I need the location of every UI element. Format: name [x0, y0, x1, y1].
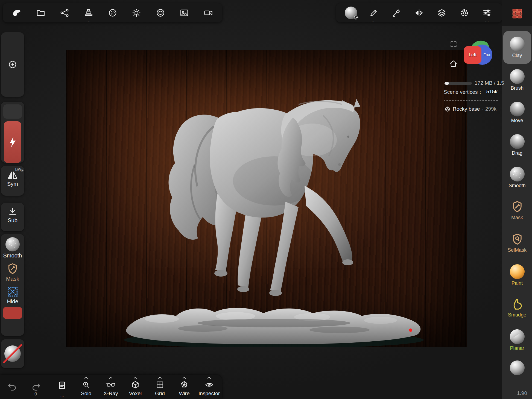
app-root: ... ...: [0, 0, 532, 399]
tool-drag[interactable]: Drag: [502, 129, 532, 161]
background-icon[interactable]: [176, 3, 192, 22]
inspector-label: Inspector: [198, 391, 220, 397]
files-icon[interactable]: [33, 3, 49, 22]
tool-move-label: Move: [511, 118, 523, 124]
redo-button[interactable]: [31, 381, 42, 392]
wire-label: Wire: [179, 391, 189, 397]
tool-smudge-label: Smudge: [508, 312, 526, 318]
left-panel-tools: Smooth Mask Hide: [1, 234, 24, 336]
dyntopo-secondary-button[interactable]: [3, 104, 22, 119]
lighting-icon[interactable]: [128, 3, 144, 22]
interface-sliders-icon[interactable]: ...: [479, 3, 495, 22]
falloff-circle-icon[interactable]: [8, 60, 17, 69]
voxel-label: Voxel: [129, 391, 142, 397]
tool-mask[interactable]: Mask: [502, 194, 532, 226]
bricks-icon[interactable]: [511, 7, 523, 19]
selmask-shield-icon: [511, 232, 524, 246]
viewport-canvas[interactable]: [66, 50, 467, 347]
tool-smooth-label: Smooth: [508, 183, 525, 189]
left-panel-sub[interactable]: Sub: [1, 203, 24, 231]
tool-planar[interactable]: Planar: [502, 324, 532, 356]
stamp-brush-icon[interactable]: [388, 3, 404, 22]
layers-icon[interactable]: [434, 3, 450, 22]
history-button[interactable]: ...: [50, 375, 74, 399]
solo-button[interactable]: Solo: [74, 375, 98, 399]
cursor-dot: [409, 328, 412, 332]
left-tool-mask[interactable]: Mask: [1, 259, 24, 282]
caret-up-icon: [109, 376, 113, 379]
object-count: · 299k: [482, 106, 496, 112]
wire-button[interactable]: Wire: [172, 375, 197, 399]
move-sphere-icon: [510, 102, 525, 116]
left-tool-partial[interactable]: [3, 307, 22, 319]
redo-icon: [31, 381, 42, 392]
sym-expand-arrow-icon[interactable]: [21, 169, 24, 172]
caret-up-icon: [182, 376, 186, 379]
tool-clay[interactable]: Clay: [503, 31, 531, 64]
hide-label: Hide: [7, 298, 18, 305]
inspector-button[interactable]: Inspector: [197, 375, 221, 399]
orientation-gizmo[interactable]: Fron Left: [464, 40, 492, 69]
no-falloff-icon: [4, 345, 21, 362]
grid-button[interactable]: Grid: [148, 375, 172, 399]
multires-icon[interactable]: ...: [81, 3, 97, 22]
scene-object-row[interactable]: Rocky base · 299k: [445, 106, 496, 112]
gizmo-left-face[interactable]: Left: [464, 46, 481, 64]
material-sphere-icon[interactable]: [343, 3, 359, 22]
wire-icon: [180, 380, 189, 389]
xray-button[interactable]: X-Ray: [98, 375, 123, 399]
tool-planar-label: Planar: [510, 345, 524, 351]
symmetry-icon[interactable]: [411, 3, 427, 22]
caret-up-icon: [207, 376, 211, 379]
tool-paint[interactable]: Paint: [502, 259, 532, 291]
fullscreen-icon: [450, 40, 457, 48]
smooth-sphere-icon: [5, 237, 20, 251]
mask-shield-icon: [511, 200, 524, 213]
mask-shield-icon: [6, 262, 19, 275]
left-panel-dyntopo: [1, 102, 24, 163]
multires-ellipsis: ...: [81, 19, 97, 22]
left-panel-symmetry[interactable]: L/W Sym: [1, 166, 24, 196]
camera-icon[interactable]: [200, 3, 216, 22]
tool-selmask[interactable]: SelMask: [502, 226, 532, 259]
tool-extra[interactable]: [502, 356, 532, 379]
fullscreen-button[interactable]: [450, 40, 457, 48]
dyntopo-toggle[interactable]: [4, 121, 21, 163]
tool-brush[interactable]: Brush: [502, 64, 532, 96]
postprocess-icon[interactable]: [153, 3, 168, 22]
smudge-icon: [511, 298, 524, 311]
left-panel-falloff[interactable]: [1, 339, 24, 368]
caret-up-icon: [158, 376, 162, 379]
voxel-button[interactable]: Voxel: [123, 375, 148, 399]
nomad-logo[interactable]: [9, 3, 25, 22]
tool-mask-label: Mask: [511, 215, 523, 221]
tool-move[interactable]: Move: [502, 96, 532, 129]
history-ellipsis: ...: [60, 394, 64, 397]
voxel-remesh-icon[interactable]: [105, 3, 121, 22]
info-separator: [444, 100, 498, 101]
extra-sphere-icon: [510, 360, 525, 375]
stroke-pencil-icon[interactable]: ...: [366, 3, 382, 22]
home-button[interactable]: [449, 59, 458, 68]
tool-smudge[interactable]: Smudge: [502, 291, 532, 324]
left-tool-hide[interactable]: Hide: [1, 282, 24, 305]
scene-graph-icon[interactable]: [57, 3, 72, 22]
version-label: 1.90: [517, 390, 527, 396]
caret-up-icon: [84, 376, 88, 379]
caret-up-icon: [133, 376, 138, 379]
tool-selmask-label: SelMask: [508, 247, 527, 253]
scene-vertices-value: 515k: [486, 89, 498, 96]
paint-sphere-icon: [510, 264, 525, 279]
undo-button[interactable]: [7, 381, 18, 392]
tool-brush-label: Brush: [511, 85, 524, 91]
planar-facet: [510, 329, 520, 340]
tool-paint-label: Paint: [511, 280, 523, 286]
settings-gear-icon[interactable]: [457, 3, 472, 22]
tool-smooth[interactable]: Smooth: [502, 161, 532, 194]
dyntopo-bolt-icon: [8, 136, 17, 148]
lw-label: L/W: [15, 168, 21, 172]
red-slash: [3, 344, 22, 363]
redo-count: 0: [34, 392, 37, 397]
material-sphere: [345, 7, 357, 19]
left-tool-smooth[interactable]: Smooth: [1, 234, 24, 259]
